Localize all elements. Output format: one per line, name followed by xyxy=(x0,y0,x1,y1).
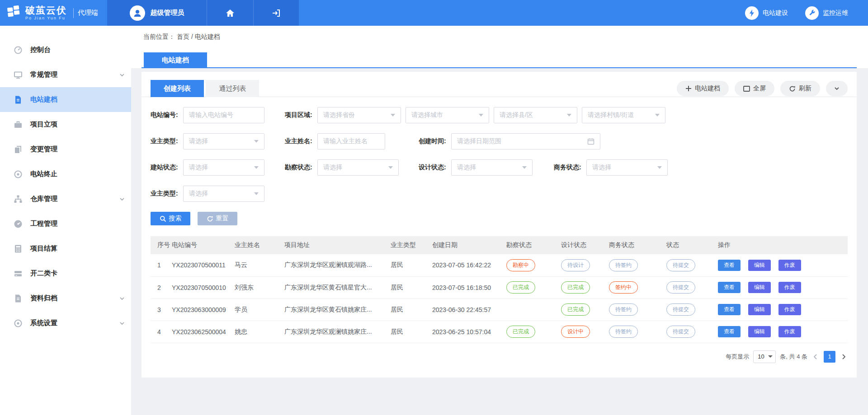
sidebar-item-dashboard[interactable]: 控制台 xyxy=(0,37,131,62)
owner-name-input[interactable]: 请输入业主姓名 xyxy=(317,133,385,149)
caret-icon xyxy=(254,140,259,143)
sidebar-item-station-terminate[interactable]: 电站终止 xyxy=(0,162,131,187)
fullscreen-button[interactable]: 全屏 xyxy=(735,81,774,96)
sidebar-item-warehouse-mgmt[interactable]: 仓库管理 xyxy=(0,187,131,211)
sidebar-item-general-mgmt[interactable]: 常规管理 xyxy=(0,62,131,87)
invalidate-button[interactable]: 作废 xyxy=(778,304,801,315)
sidebar-item-label: 项目立项 xyxy=(30,120,57,129)
sidebar-item-project-initiation[interactable]: 项目立项 xyxy=(0,112,131,137)
design-status-select[interactable]: 请选择 xyxy=(451,159,533,176)
owner-type2-select[interactable]: 请选择 xyxy=(183,186,264,202)
province-select[interactable]: 请选择省份 xyxy=(317,107,401,123)
logout-icon xyxy=(271,8,281,18)
business-status-placeholder: 请选择 xyxy=(592,163,611,172)
search-button-row: 搜索 重置 xyxy=(151,212,857,225)
refresh-button[interactable]: 刷新 xyxy=(780,81,820,96)
county-select[interactable]: 请选择县/区 xyxy=(494,107,577,123)
sidebar-item-label: 常规管理 xyxy=(30,70,57,79)
cell-survey-empty xyxy=(506,298,561,321)
status-badge: 已完成 xyxy=(561,303,590,316)
module-label: 监控运维 xyxy=(823,9,848,17)
view-button[interactable]: 查看 xyxy=(718,260,741,271)
sidebar-item-system-settings[interactable]: 系统设置 xyxy=(0,311,131,336)
reset-button[interactable]: 重置 xyxy=(198,212,237,225)
sidebar-item-station-archive[interactable]: 电站建档 xyxy=(0,87,131,112)
invalidate-button[interactable]: 作废 xyxy=(778,282,801,293)
county-placeholder: 请选择县/区 xyxy=(500,111,533,119)
tab-passed-list[interactable]: 通过列表 xyxy=(206,80,259,97)
next-page-button[interactable] xyxy=(840,354,848,360)
cell-owner: 学员 xyxy=(235,298,284,321)
build-status-select[interactable]: 请选择 xyxy=(183,159,264,176)
toolbar: 电站建档 全屏 刷新 xyxy=(677,81,848,96)
create-time-input[interactable]: 请选择日期范围 xyxy=(451,133,600,149)
city-select[interactable]: 请选择城市 xyxy=(406,107,489,123)
business-status-select[interactable]: 请选择 xyxy=(586,159,668,176)
sidebar-item-open-card[interactable]: 开二类卡 xyxy=(0,261,131,286)
page-tab-bar: 电站建档 xyxy=(131,48,868,68)
sidebar-item-label: 仓库管理 xyxy=(30,195,57,203)
status-badge: 待提交 xyxy=(666,281,695,294)
reset-icon xyxy=(207,215,213,222)
owner-type-select[interactable]: 请选择 xyxy=(183,133,264,149)
status-badge: 已完成 xyxy=(561,281,590,294)
status-badge: 勘察中 xyxy=(506,259,535,271)
view-button[interactable]: 查看 xyxy=(718,326,741,337)
cell-code: YX2023063000009 xyxy=(172,298,235,321)
caret-icon xyxy=(254,166,259,169)
per-page-select[interactable]: 10 xyxy=(753,350,776,363)
logout-button[interactable] xyxy=(253,0,299,26)
module-monitor-ops[interactable]: 监控运维 xyxy=(805,6,848,20)
prev-page-button[interactable] xyxy=(811,354,820,360)
caret-icon xyxy=(768,355,773,358)
edit-button[interactable]: 编辑 xyxy=(748,282,771,293)
user-menu[interactable]: 超级管理员 xyxy=(107,0,207,26)
current-page-button[interactable]: 1 xyxy=(824,351,835,363)
table-header-row: 序号 电站编号 业主姓名 项目地址 业主类型 创建日期 勘察状态 设计状态 商务… xyxy=(151,236,848,254)
edit-button[interactable]: 编辑 xyxy=(748,326,771,337)
total-label: 条, 共 4 条 xyxy=(780,353,807,361)
collapse-button[interactable] xyxy=(826,81,848,96)
stop-circle-icon xyxy=(14,170,23,179)
sidebar-item-engineering-mgmt[interactable]: 工程管理 xyxy=(0,211,131,236)
owner-name-label: 业主姓名: xyxy=(285,137,317,145)
view-button[interactable]: 查看 xyxy=(718,282,741,293)
portal-label: 代理端 xyxy=(73,8,98,18)
station-no-input[interactable]: 请输入电站编号 xyxy=(183,107,264,123)
cell-type: 居民 xyxy=(391,276,432,298)
page-tab-station-archive[interactable]: 电站建档 xyxy=(144,52,207,68)
invalidate-button[interactable]: 作废 xyxy=(778,326,801,337)
status-badge: 待设计 xyxy=(561,259,590,271)
status-badge: 待提交 xyxy=(666,326,695,338)
bolt-icon xyxy=(745,6,759,20)
status-badge: 已完成 xyxy=(506,326,535,338)
table-row: 1 YX2023070500011 马云 广东深圳龙华区观澜镇观湖路... 居民… xyxy=(151,254,848,276)
refresh-label: 刷新 xyxy=(799,84,811,93)
station-no-label: 电站编号: xyxy=(151,111,183,119)
home-button[interactable] xyxy=(207,0,253,26)
tab-create-list[interactable]: 创建列表 xyxy=(151,80,204,97)
edit-button[interactable]: 编辑 xyxy=(748,304,771,315)
caret-icon xyxy=(655,114,660,117)
list-tab-strip: 创建列表 通过列表 电站建档 全屏 刷新 xyxy=(142,72,857,97)
search-button[interactable]: 搜索 xyxy=(151,212,190,225)
town-select[interactable]: 请选择村镇/街道 xyxy=(582,107,665,123)
col-code: 电站编号 xyxy=(172,236,235,254)
sidebar-item-project-settlement[interactable]: 项目结算 xyxy=(0,236,131,261)
sidebar-item-change-mgmt[interactable]: 变更管理 xyxy=(0,137,131,162)
survey-status-select[interactable]: 请选择 xyxy=(317,159,399,176)
cell-no: 3 xyxy=(151,298,172,321)
caret-icon xyxy=(567,114,571,117)
archive-icon xyxy=(14,294,23,303)
module-station-build[interactable]: 电站建设 xyxy=(745,6,788,20)
edit-button[interactable]: 编辑 xyxy=(748,260,771,271)
filter-row-2: 业主类型: 请选择 业主姓名: 请输入业主姓名 创建时间: 请选择日期范围 xyxy=(151,133,857,149)
cell-type: 居民 xyxy=(391,254,432,276)
view-button[interactable]: 查看 xyxy=(718,304,741,315)
owner-type-label: 业主类型: xyxy=(151,137,183,145)
invalidate-button[interactable]: 作废 xyxy=(778,260,801,271)
chevron-right-icon xyxy=(841,354,846,360)
sidebar-item-label: 电站建档 xyxy=(30,95,57,104)
create-station-button[interactable]: 电站建档 xyxy=(677,81,729,96)
sidebar-item-data-archive[interactable]: 资料归档 xyxy=(0,286,131,311)
